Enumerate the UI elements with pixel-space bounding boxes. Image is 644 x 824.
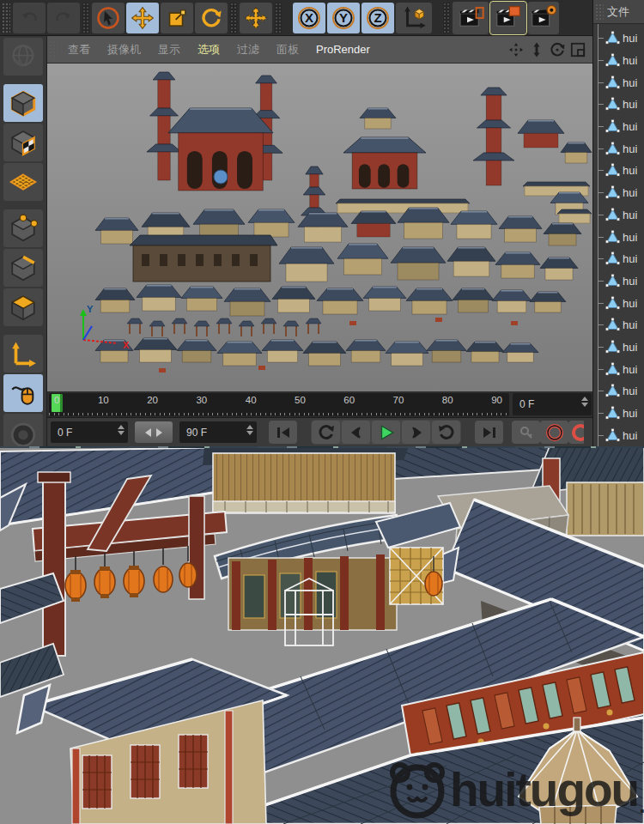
object-list-item[interactable]: hui — [593, 182, 644, 204]
object-list-item[interactable]: hui — [593, 336, 644, 359]
maximize-icon[interactable] — [570, 42, 586, 58]
object-list-item[interactable]: hui — [593, 204, 644, 227]
prev-frame-button[interactable] — [342, 421, 370, 444]
axis-x-letter: X — [293, 3, 325, 33]
tree-twig — [598, 258, 604, 259]
viewport-menu-handle[interactable] — [49, 40, 58, 59]
rotate-tool-button[interactable] — [195, 3, 228, 33]
move-tool-button[interactable] — [126, 3, 159, 33]
polygons-mode-button[interactable] — [3, 288, 43, 326]
object-list-item[interactable]: hui — [593, 403, 644, 425]
object-list-item[interactable]: hui — [593, 50, 644, 72]
object-manager-handle[interactable] — [595, 3, 604, 21]
lock-z-axis-button[interactable]: Z — [361, 3, 394, 33]
object-list-item[interactable]: hui — [593, 248, 644, 270]
watermark-brand: huitugou — [450, 766, 638, 814]
render-picture-viewer-button[interactable] — [490, 2, 526, 34]
coordinate-system-button[interactable] — [396, 3, 432, 33]
next-frame-icon — [408, 424, 425, 441]
render-settings-icon — [530, 4, 557, 32]
partial-bottom-button[interactable] — [3, 414, 43, 446]
viewport-canvas[interactable]: YX — [47, 64, 592, 391]
object-list-item[interactable]: hui — [593, 71, 644, 94]
prev-key-button[interactable] — [312, 421, 340, 444]
polygon-object-icon — [605, 142, 620, 156]
scale-tool-button[interactable] — [161, 3, 193, 33]
svg-text:Y: Y — [87, 304, 94, 314]
object-list-item[interactable]: hui — [593, 314, 644, 336]
toolbar-separator — [230, 3, 237, 33]
undo-icon — [20, 9, 39, 27]
range-start-spinner[interactable] — [118, 425, 125, 435]
tree-twig — [598, 82, 604, 83]
render-settings-button[interactable] — [528, 2, 559, 34]
object-name: hui — [623, 275, 637, 288]
render-view-button[interactable] — [453, 2, 489, 34]
undo-button[interactable] — [13, 3, 46, 33]
workplane-mode-button[interactable] — [3, 163, 43, 201]
record-partial-button[interactable] — [568, 421, 584, 444]
record-button[interactable] — [540, 421, 568, 444]
object-list-item[interactable]: hui — [593, 137, 644, 160]
timeline-ruler[interactable]: 0102030405060708090 — [49, 393, 509, 416]
object-manager-panel: 文件 hui — [592, 0, 644, 446]
model-mode-button[interactable] — [3, 84, 43, 122]
current-frame-field[interactable]: 0 F — [513, 393, 592, 415]
play-button[interactable] — [372, 421, 400, 444]
object-list-item[interactable]: hui — [593, 380, 644, 403]
menu-filter[interactable]: 过滤 — [237, 42, 259, 58]
goto-end-button[interactable] — [475, 421, 503, 444]
object-list-item[interactable]: hui — [593, 27, 644, 50]
range-nudge-button[interactable] — [135, 421, 173, 443]
object-name: hui — [623, 363, 637, 376]
polygon-object-icon — [605, 340, 620, 354]
object-name: hui — [623, 32, 637, 45]
edges-mode-button[interactable] — [3, 249, 43, 287]
menu-view[interactable]: 查看 — [68, 42, 90, 58]
pan-icon[interactable] — [508, 42, 524, 58]
orbit-icon[interactable] — [550, 42, 565, 58]
menu-options[interactable]: 选项 — [197, 42, 220, 58]
zoom-icon[interactable] — [529, 42, 544, 58]
render-view-icon — [457, 4, 484, 32]
menu-prorender[interactable]: ProRender — [316, 43, 370, 56]
range-end-field[interactable]: 90 F — [179, 421, 257, 443]
watermark-tld: .com — [639, 792, 644, 819]
next-frame-button[interactable] — [402, 421, 430, 444]
object-list-item[interactable]: hui — [593, 270, 644, 293]
menu-panel[interactable]: 面板 — [276, 42, 299, 58]
polygon-object-icon — [605, 208, 620, 222]
object-list-item[interactable]: hui — [593, 116, 644, 138]
next-key-button[interactable] — [432, 421, 460, 444]
goto-start-button[interactable] — [269, 421, 297, 444]
axis-mode-button[interactable] — [3, 335, 43, 373]
range-start-field[interactable]: 0 F — [51, 421, 128, 443]
viewport-solo-button[interactable] — [3, 374, 43, 412]
lock-x-axis-button[interactable]: X — [293, 3, 325, 33]
object-list-item[interactable]: hui — [593, 292, 644, 314]
object-list-item[interactable]: hui — [593, 160, 644, 182]
timeline-ticks: 0102030405060708090 — [54, 395, 502, 410]
redo-button[interactable] — [47, 3, 80, 33]
texture-mode-button[interactable] — [3, 124, 43, 161]
timeline-tick-label: 60 — [343, 395, 355, 410]
menu-display[interactable]: 显示 — [158, 42, 180, 58]
menu-camera[interactable]: 摄像机 — [107, 42, 141, 58]
keyframe-button[interactable] — [512, 421, 540, 444]
points-mode-button[interactable] — [3, 209, 43, 247]
timeline-tick-label: 0 — [54, 395, 59, 410]
live-selection-button[interactable] — [92, 3, 125, 33]
range-end-spinner[interactable] — [246, 425, 253, 435]
lock-y-axis-button[interactable]: Y — [327, 3, 360, 33]
object-name: hui — [623, 297, 637, 310]
object-list-item[interactable]: hui — [593, 94, 644, 116]
object-list-item[interactable]: hui — [593, 226, 644, 248]
current-frame-spinner[interactable] — [581, 397, 588, 407]
object-list-item[interactable]: hui — [593, 424, 644, 446]
object-manager-title[interactable]: 文件 — [607, 4, 629, 20]
object-list-item[interactable]: hui — [593, 358, 644, 380]
object-name: hui — [623, 186, 637, 199]
omni-move-button[interactable] — [240, 3, 272, 33]
toolbar-drag-handle[interactable] — [2, 3, 10, 33]
render-region-button[interactable] — [3, 38, 43, 76]
